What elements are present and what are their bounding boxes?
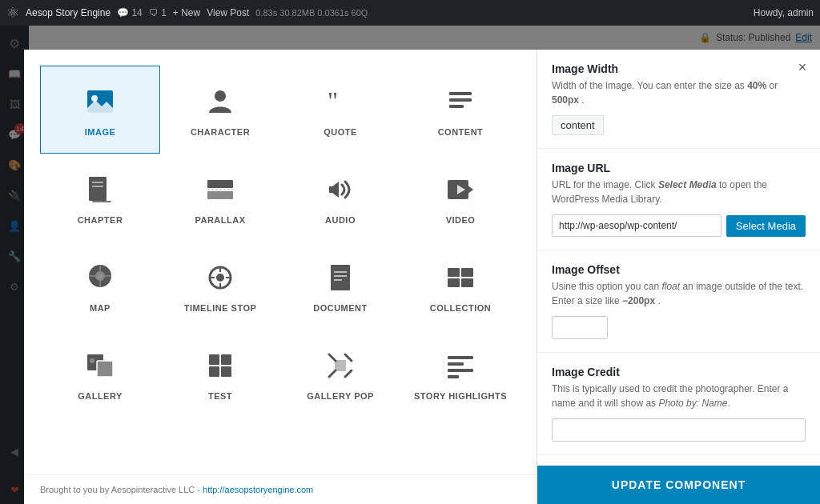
svg-line-45	[329, 370, 336, 377]
svg-rect-33	[461, 268, 473, 277]
audio-icon	[321, 170, 360, 209]
component-panel: IMAGE CHARACTER "	[24, 50, 537, 504]
content-icon	[441, 82, 480, 121]
settings-desc-url: URL for the image. Click Select Media to…	[552, 178, 806, 206]
component-item-parallax[interactable]: PARALLAX	[160, 154, 280, 242]
quote-icon: "	[321, 82, 360, 121]
modal: IMAGE CHARACTER "	[24, 50, 820, 504]
update-component-button[interactable]: UPDATE COMPONENT	[537, 466, 820, 504]
component-item-story-highlights[interactable]: STORY HIGHLIGHTS	[400, 330, 521, 418]
admin-bar: ⚛ Aesop Story Engine 💬 14 🗨 1 + New View…	[0, 0, 820, 26]
svg-rect-6	[449, 105, 464, 108]
messages-icon[interactable]: 🗨 1	[149, 7, 167, 18]
settings-section-offset: Image Offset Usine this option you can f…	[537, 250, 820, 353]
component-item-collection[interactable]: COLLECTION	[400, 242, 521, 330]
component-label-map: MAP	[90, 303, 111, 313]
component-item-document[interactable]: DOCUMENT	[280, 242, 400, 330]
svg-point-1	[91, 95, 98, 102]
svg-rect-7	[89, 177, 107, 201]
component-label-video: VIDEO	[446, 215, 476, 225]
gallery-icon	[81, 346, 119, 385]
settings-label-offset: Image Offset	[552, 263, 806, 276]
svg-point-38	[90, 358, 94, 363]
credit-input[interactable]	[552, 418, 806, 442]
svg-rect-37	[97, 361, 113, 377]
svg-point-23	[216, 274, 224, 282]
view-post-link[interactable]: View Post	[207, 7, 249, 18]
settings-label-width: Image Width	[552, 62, 806, 75]
settings-section-url: Image URL URL for the image. Click Selec…	[537, 149, 820, 250]
component-label-audio: AUDIO	[325, 215, 356, 225]
component-label-gallery: GALLERY	[78, 391, 123, 401]
svg-rect-50	[448, 369, 473, 372]
width-value-tag: content	[552, 115, 604, 135]
svg-line-44	[345, 354, 352, 361]
svg-rect-40	[221, 354, 231, 365]
url-row: Select Media	[552, 214, 806, 237]
svg-rect-12	[207, 191, 233, 199]
test-icon	[201, 346, 239, 385]
comments-icon[interactable]: 💬 14	[117, 7, 143, 18]
footer-link[interactable]: http://aesopstoryengine.com	[203, 485, 313, 494]
svg-rect-42	[221, 366, 231, 377]
svg-rect-48	[448, 356, 473, 359]
settings-desc-credit: This is typically used to credit the pho…	[552, 382, 806, 410]
settings-panel: × Image Width Width of the image. You ca…	[537, 50, 820, 504]
component-item-audio[interactable]: AUDIO	[280, 154, 400, 242]
svg-rect-9	[92, 182, 103, 183]
select-media-button[interactable]: Select Media	[726, 215, 806, 237]
story-highlights-icon	[441, 346, 480, 385]
collection-icon	[441, 258, 480, 297]
svg-line-46	[345, 370, 352, 377]
component-item-character[interactable]: CHARACTER	[160, 66, 280, 154]
settings-section-credit: Image Credit This is typically used to c…	[537, 353, 820, 455]
component-item-content[interactable]: CONTENT	[400, 66, 521, 154]
map-icon	[81, 258, 119, 297]
component-item-chapter[interactable]: CHAPTER	[40, 154, 160, 242]
component-item-test[interactable]: TEST	[160, 330, 280, 418]
parallax-icon	[201, 170, 239, 209]
new-button[interactable]: + New	[173, 7, 200, 18]
component-item-gallery[interactable]: GALLERY	[40, 330, 160, 418]
offset-input[interactable]	[552, 316, 608, 339]
component-item-video[interactable]: VIDEO	[400, 154, 521, 242]
close-button[interactable]: ×	[793, 58, 812, 77]
svg-rect-8	[92, 201, 111, 202]
component-label-story-highlights: STORY HIGHLIGHTS	[414, 391, 507, 401]
svg-point-2	[215, 90, 226, 102]
url-input[interactable]	[552, 214, 722, 237]
component-label-quote: QUOTE	[324, 127, 357, 137]
component-item-gallery-pop[interactable]: GALLERY POP	[280, 330, 400, 418]
site-name[interactable]: Aesop Story Engine	[26, 7, 111, 18]
component-label-image: IMAGE	[85, 127, 116, 137]
component-label-character: CHARACTER	[191, 127, 250, 137]
settings-section-width: Image Width Width of the image. You can …	[537, 50, 820, 149]
settings-label-credit: Image Credit	[552, 366, 806, 378]
svg-rect-28	[331, 265, 350, 290]
svg-rect-35	[461, 278, 473, 287]
component-item-image[interactable]: IMAGE	[40, 66, 160, 154]
document-icon	[321, 258, 360, 297]
chapter-icon	[81, 170, 119, 209]
svg-line-43	[329, 354, 336, 361]
component-item-map[interactable]: MAP	[40, 242, 160, 330]
component-label-test: TEST	[208, 391, 232, 401]
component-label-gallery-pop: GALLERY POP	[307, 391, 374, 401]
svg-text:": "	[328, 86, 338, 115]
svg-rect-4	[449, 92, 472, 95]
svg-rect-29	[334, 271, 347, 273]
svg-rect-41	[209, 366, 219, 377]
svg-rect-32	[448, 268, 460, 277]
component-label-document: DOCUMENT	[313, 303, 368, 313]
svg-marker-15	[467, 185, 473, 194]
video-icon	[441, 170, 480, 209]
component-label-parallax: PARALLAX	[195, 215, 245, 225]
character-icon	[201, 82, 239, 121]
image-icon	[81, 82, 119, 121]
component-item-timeline-stop[interactable]: TIMELINE STOP	[160, 242, 280, 330]
component-item-quote[interactable]: " QUOTE	[280, 66, 400, 154]
svg-rect-47	[335, 360, 346, 371]
settings-label-url: Image URL	[552, 162, 806, 174]
svg-rect-11	[207, 180, 233, 188]
svg-rect-34	[448, 278, 460, 287]
